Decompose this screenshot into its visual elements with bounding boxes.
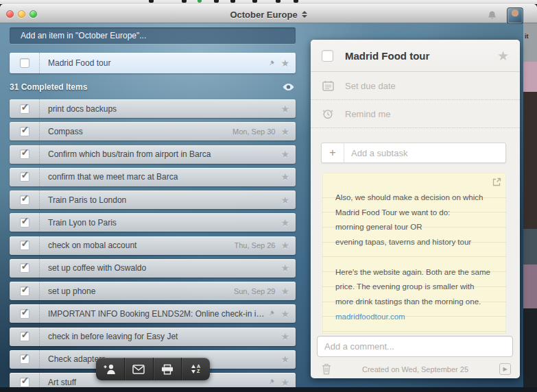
note-link[interactable]: madridfoodtour.com [335, 310, 502, 325]
user-avatar[interactable] [507, 8, 523, 24]
completed-count-label: 31 Completed Items [10, 82, 87, 92]
task-checkbox-cell[interactable]: ✓ [10, 122, 40, 140]
task-note-area[interactable]: Also, we should make a decision on which… [322, 173, 506, 334]
star-icon[interactable]: ★ [281, 286, 289, 296]
completed-task-row[interactable]: ✓ check in before leaving for Easy Jet ★ [10, 328, 296, 346]
check-icon: ✓ [21, 193, 29, 204]
menubar-icon-fragment [198, 0, 202, 3]
star-icon[interactable]: ★ [281, 58, 289, 68]
task-checkbox-cell[interactable]: ✓ [10, 213, 40, 232]
check-icon: ✓ [21, 260, 29, 271]
task-checkbox-cell[interactable]: ✓ [10, 191, 40, 209]
background-window-fragment [523, 23, 537, 62]
plus-icon[interactable]: + [322, 143, 344, 162]
task-checkbox-checked[interactable]: ✓ [20, 127, 29, 136]
check-icon: ✓ [21, 238, 29, 249]
task-checkbox-checked[interactable]: ✓ [20, 149, 29, 159]
print-list-button[interactable] [154, 358, 182, 380]
check-icon: ✓ [21, 375, 29, 386]
chevron-updown-icon [302, 11, 307, 18]
completed-task-row[interactable]: ✓ print docs backups ★ [10, 99, 296, 118]
check-icon: ✓ [21, 124, 29, 135]
printer-icon [161, 364, 174, 375]
star-icon[interactable]: ★ [281, 378, 289, 387]
completed-task-row[interactable]: ✓ confirm that we meet marc at Barca ★ [10, 168, 296, 186]
task-checkbox-checked[interactable]: ✓ [20, 195, 29, 205]
task-checkbox-cell[interactable]: ✓ [10, 99, 40, 118]
toggle-completed-button[interactable] [283, 83, 294, 91]
add-subtask-input[interactable] [344, 143, 505, 162]
menubar-icon-fragment [182, 0, 187, 3]
star-icon[interactable]: ★ [281, 241, 289, 250]
list-title-dropdown[interactable]: October Europe [0, 5, 537, 24]
remind-me-row[interactable]: Remind me [311, 100, 520, 128]
star-icon[interactable]: ★ [281, 354, 289, 364]
detail-task-checkbox[interactable] [322, 50, 333, 62]
email-list-button[interactable] [125, 358, 154, 380]
next-detail-button[interactable]: ▶ [499, 363, 511, 375]
delete-task-button[interactable] [322, 363, 331, 375]
completed-task-row[interactable]: ✓ Train Lyon to Paris ★ [10, 213, 296, 232]
task-checkbox-checked[interactable]: ✓ [20, 241, 29, 250]
completed-task-row[interactable]: ✓ Confirm which bus/train from airport i… [10, 145, 296, 164]
task-checkbox-cell[interactable]: ✓ [10, 282, 40, 300]
task-checkbox-cell[interactable]: ✓ [10, 259, 40, 278]
calendar-icon [322, 80, 334, 91]
created-date-label: Created on Wed, September 25 [331, 365, 499, 373]
completed-task-row[interactable]: ✓ set up phone Sun, Sep 29 ★ [10, 282, 296, 300]
envelope-icon [132, 365, 145, 374]
star-icon[interactable]: ★ [281, 263, 289, 273]
menubar-icon-fragment [252, 0, 257, 3]
task-checkbox-cell[interactable] [10, 53, 40, 73]
task-checkbox-checked[interactable]: ✓ [20, 286, 29, 296]
task-checkbox-checked[interactable]: ✓ [20, 378, 29, 387]
completed-task-row[interactable]: ✓ IMPORTANT INFO Booking ELNDS2M: Online… [10, 304, 296, 323]
add-item-input[interactable] [10, 27, 296, 44]
due-date-label: Set due date [345, 81, 396, 91]
task-checkbox-cell[interactable]: ✓ [10, 168, 40, 186]
pin-icon [267, 378, 276, 386]
star-icon[interactable]: ★ [281, 149, 289, 159]
task-checkbox-cell[interactable]: ✓ [10, 145, 40, 164]
task-checkbox-checked[interactable]: ✓ [20, 354, 29, 364]
completed-task-row[interactable]: ✓ check on mobal account Thu, Sep 26 ★ [10, 236, 296, 255]
expand-note-button[interactable] [492, 177, 501, 189]
star-icon[interactable]: ★ [281, 127, 289, 136]
task-checkbox-checked[interactable]: ✓ [20, 218, 29, 228]
check-icon: ✓ [21, 352, 29, 363]
task-checkbox-checked[interactable]: ✓ [20, 332, 29, 341]
app-window: it October Europe [0, 0, 537, 392]
action-toolbar: A Z [96, 358, 210, 380]
sort-list-button[interactable]: A Z [182, 358, 210, 380]
completed-task-row[interactable]: ✓ Compass Mon, Sep 30 ★ [10, 122, 296, 140]
menubar-icon-fragment [276, 0, 281, 3]
completed-task-row[interactable]: ✓ set up coffee with Oswaldo ★ [10, 259, 296, 278]
task-checkbox-checked[interactable]: ✓ [20, 172, 29, 182]
task-checkbox-cell[interactable]: ✓ [10, 350, 40, 369]
task-checkbox-checked[interactable]: ✓ [20, 104, 29, 114]
notifications-button[interactable] [486, 10, 498, 22]
menubar-icon-fragment [294, 0, 298, 3]
task-label: check on mobal account [40, 241, 235, 250]
task-checkbox-checked[interactable]: ✓ [20, 309, 29, 319]
star-icon[interactable]: ★ [497, 49, 509, 62]
star-icon[interactable]: ★ [281, 172, 289, 182]
task-checkbox[interactable] [20, 58, 29, 68]
window-titlebar: October Europe [0, 4, 537, 23]
set-due-date-row[interactable]: Set due date [311, 72, 520, 100]
task-label: IMPORTANT INFO Booking ELNDS2M: Online c… [40, 309, 267, 319]
task-checkbox-cell[interactable]: ✓ [10, 304, 40, 323]
task-checkbox-checked[interactable]: ✓ [20, 263, 29, 273]
star-icon[interactable]: ★ [281, 195, 289, 205]
task-label: set up coffee with Oswaldo [40, 263, 279, 273]
selected-task-row[interactable]: Madrid Food tour ★ [10, 53, 296, 73]
star-icon[interactable]: ★ [281, 332, 289, 341]
star-icon[interactable]: ★ [281, 104, 289, 114]
add-comment-input[interactable] [317, 336, 513, 357]
task-checkbox-cell[interactable]: ✓ [10, 328, 40, 346]
share-add-person-button[interactable] [96, 358, 125, 380]
task-checkbox-cell[interactable]: ✓ [10, 236, 40, 255]
completed-task-row[interactable]: ✓ Train Paris to London ★ [10, 191, 296, 209]
star-icon[interactable]: ★ [281, 309, 289, 319]
star-icon[interactable]: ★ [281, 218, 289, 228]
